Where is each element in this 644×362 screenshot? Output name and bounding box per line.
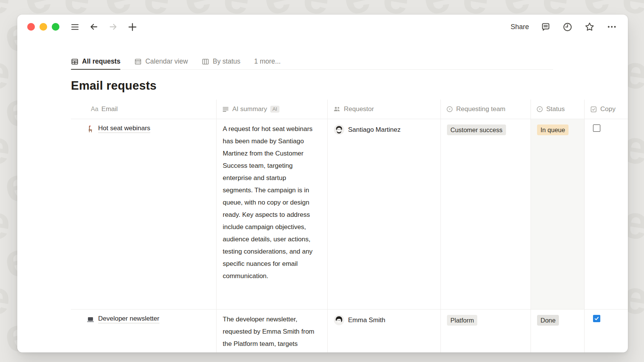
app-window: Share	[17, 15, 628, 352]
table-header: Aa Email AI summary AI	[71, 100, 628, 119]
zoom-window-button[interactable]	[52, 23, 59, 31]
board-view-icon	[202, 58, 209, 66]
avatar	[334, 124, 344, 135]
column-label: Requesting team	[456, 105, 506, 113]
column-header-requestor[interactable]: Requestor	[328, 100, 441, 119]
ai-summary-text: The developer newsletter, requested by E…	[223, 313, 315, 352]
back-icon[interactable]	[89, 22, 99, 32]
tab-all-requests[interactable]: All requests	[71, 54, 120, 69]
requestor-name: Santiago Martinez	[348, 126, 401, 134]
page-title: Email requests	[71, 79, 628, 93]
table-row: Developer newsletter The developer newsl…	[71, 309, 628, 352]
calendar-view-icon	[134, 58, 142, 66]
requestor-name: Emma Smith	[348, 316, 385, 324]
minimize-window-button[interactable]	[39, 23, 47, 31]
ai-badge: AI	[270, 106, 279, 113]
requestor-cell[interactable]: Emma Smith	[328, 310, 441, 352]
tab-label: 1 more...	[254, 57, 281, 66]
tab-label: All requests	[82, 57, 120, 66]
team-badge[interactable]: Platform	[447, 315, 477, 326]
select-property-icon	[446, 106, 453, 113]
page-link[interactable]: Hot seat webinars	[98, 124, 150, 133]
titlebar: Share	[17, 15, 628, 39]
table-view-icon	[71, 58, 79, 66]
window-controls	[27, 23, 59, 31]
column-header-status[interactable]: Status	[531, 100, 585, 119]
comments-icon[interactable]	[540, 22, 551, 32]
page-link[interactable]: Developer newsletter	[98, 315, 159, 323]
people-icon	[333, 105, 341, 113]
ai-summary-icon	[222, 106, 229, 113]
text-property-icon: Aa	[91, 106, 99, 113]
status-badge[interactable]: In queue	[537, 124, 568, 135]
team-badge[interactable]: Customer success	[447, 124, 506, 135]
column-header-email[interactable]: Aa Email	[71, 100, 217, 119]
select-property-icon	[536, 106, 543, 113]
column-header-copy[interactable]: Copy	[585, 100, 628, 119]
email-requests-table: Aa Email AI summary AI	[71, 100, 628, 352]
column-label: Email	[102, 105, 118, 113]
tab-more-views[interactable]: 1 more...	[254, 54, 281, 69]
status-cell[interactable]: In queue	[531, 119, 585, 309]
requesting-team-cell[interactable]: Platform	[441, 310, 531, 352]
email-title-cell[interactable]: Developer newsletter	[71, 310, 217, 352]
copy-cell[interactable]	[585, 310, 628, 352]
tab-label: By status	[213, 57, 240, 66]
checkbox-property-icon	[590, 106, 597, 113]
ai-summary-cell[interactable]: The developer newsletter, requested by E…	[217, 310, 328, 352]
close-window-button[interactable]	[27, 23, 35, 31]
avatar	[334, 315, 344, 325]
requesting-team-cell[interactable]: Customer success	[441, 119, 531, 309]
ai-summary-text: A request for hot seat webinars has been…	[223, 123, 315, 282]
email-title-cell[interactable]: Hot seat webinars	[71, 119, 217, 309]
share-button[interactable]: Share	[511, 23, 529, 31]
copy-cell[interactable]	[585, 119, 628, 309]
view-tabs: All requests Calendar view By status 1 m…	[71, 54, 553, 70]
status-badge[interactable]: Done	[537, 315, 559, 326]
tab-by-status[interactable]: By status	[202, 54, 240, 69]
new-page-icon[interactable]	[127, 22, 138, 32]
tab-label: Calendar view	[145, 57, 188, 66]
column-label: AI summary	[232, 105, 267, 113]
more-icon[interactable]	[606, 21, 617, 32]
forward-icon[interactable]	[108, 22, 118, 32]
favorite-star-icon[interactable]	[584, 21, 595, 32]
ai-summary-cell[interactable]: A request for hot seat webinars has been…	[217, 119, 328, 309]
copy-checkbox[interactable]	[593, 124, 600, 132]
column-header-ai-summary[interactable]: AI summary AI	[217, 100, 328, 119]
copy-checkbox[interactable]	[593, 315, 600, 322]
column-label: Copy	[600, 105, 616, 113]
table-row: Hot seat webinars A request for hot seat…	[71, 119, 628, 309]
tab-calendar-view[interactable]: Calendar view	[134, 54, 188, 69]
column-header-requesting-team[interactable]: Requesting team	[441, 100, 531, 119]
status-cell[interactable]: Done	[531, 310, 585, 352]
history-icon[interactable]	[562, 22, 573, 32]
column-label: Requestor	[344, 105, 374, 113]
chair-icon	[86, 125, 95, 133]
laptop-icon	[86, 316, 95, 324]
column-label: Status	[546, 105, 565, 113]
requestor-cell[interactable]: Santiago Martinez	[328, 119, 441, 309]
menu-icon[interactable]	[70, 22, 80, 32]
